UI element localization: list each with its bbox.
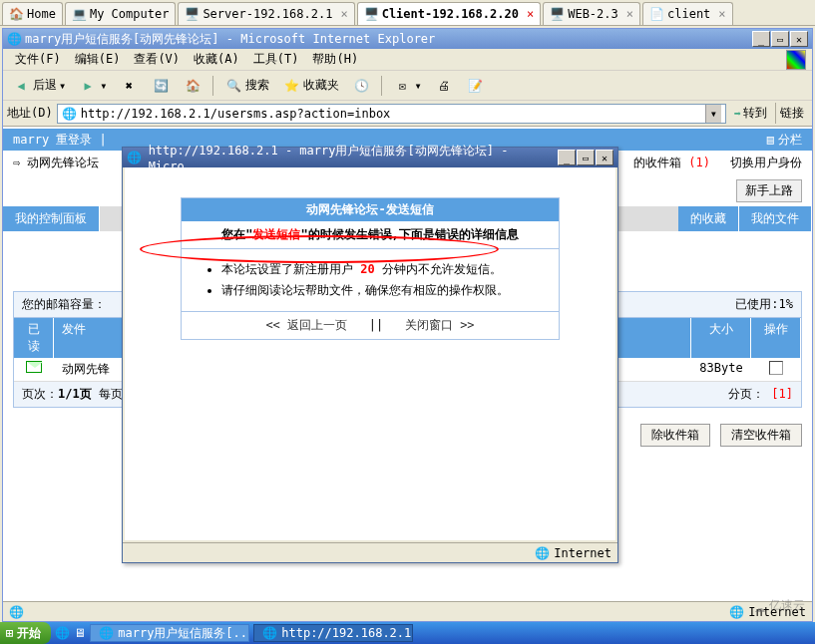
edit-button[interactable]: 📝 [462,74,490,98]
close-icon[interactable]: × [626,7,633,21]
go-button[interactable]: ➡转到 [730,103,771,124]
page-info: 页次：1/1页 每页 [22,386,123,403]
close-window-link[interactable]: 关闭窗口 >> [405,318,475,332]
star-icon: ⭐ [281,76,301,96]
close-icon[interactable]: × [718,7,725,21]
server-icon: 🖥️ [550,7,564,21]
favorites-button[interactable]: ⭐收藏夹 [277,74,343,98]
popup-statusbar: 🌐Internet [123,542,617,562]
error-footer: << 返回上一页 || 关闭窗口 >> [182,312,559,339]
col-action: 操作 [751,318,801,358]
menu-tools[interactable]: 工具(T) [247,49,305,70]
newbie-button[interactable]: 新手上路 [736,179,802,202]
popup-window: 🌐 http://192.168.2.1 - marry用户短信服务[动网先锋论… [122,147,618,563]
username: marry [13,133,49,147]
row-checkbox[interactable] [769,361,783,375]
ie-icon: 🌐 [262,626,277,640]
vm-tabs-bar: 🏠Home 💻My Computer 🖥️Server-192.168.2.1×… [0,0,815,26]
size-cell: 83Byte [691,358,751,381]
refresh-icon: 🔄 [151,76,171,96]
mail-icon [26,361,42,373]
address-label: 地址(D) [7,105,53,122]
links-button[interactable]: 链接 [775,103,808,124]
dropdown-icon: ▾ [414,79,421,93]
zone-label: Internet [554,546,611,560]
popup-content: 动网先锋论坛-发送短信 您在"发送短信"的时候发生错误,下面是错误的详细信息 本… [125,167,615,540]
tab-web23[interactable]: 🖥️WEB-2.3× [543,2,640,25]
print-icon: 🖨 [434,76,454,96]
tab-mycomputer[interactable]: 💻My Computer [65,2,176,25]
taskbar-item[interactable]: 🌐marry用户短信服务[... [90,624,249,642]
minimize-button[interactable]: _ [752,31,770,47]
col-size: 大小 [691,318,751,358]
client-icon: 🖥️ [364,7,378,21]
page-icon: 🌐 [62,107,77,121]
inbox-label: 的收件箱 (1) [633,155,710,171]
split-label[interactable]: 分栏 [778,132,802,149]
maximize-button[interactable]: ▭ [771,31,789,47]
forward-button[interactable]: ▶▾ [74,74,111,98]
computer-icon: 💻 [72,7,86,21]
tab-favorites[interactable]: 的收藏 [678,206,739,231]
history-icon: 🕓 [351,76,371,96]
page-links[interactable]: 分页： [1] [728,386,793,403]
menu-file[interactable]: 文件(F) [9,49,67,70]
stop-icon: ✖ [119,76,139,96]
menu-favorites[interactable]: 收藏(A) [188,49,245,70]
forward-icon: ▶ [78,76,98,96]
home-button[interactable]: 🏠 [179,74,206,98]
back-link[interactable]: << 返回上一页 [265,318,347,332]
relogin-link[interactable]: 重登录 [56,132,92,149]
tab-client[interactable]: 🖥️Client-192.168.2.20× [357,2,542,25]
tab-control-panel[interactable]: 我的控制面板 [3,206,100,231]
ie-toolbar: ◀后退▾ ▶▾ ✖ 🔄 🏠 🔍搜索 ⭐收藏夹 🕓 ✉▾ 🖨 📝 [3,71,812,101]
mail-button[interactable]: ✉▾ [388,74,425,98]
zone-icon: 🌐 [535,546,550,560]
mail-icon: ✉ [392,76,412,96]
back-icon: ◀ [11,76,31,96]
clear-inbox-button[interactable]: 清空收件箱 [720,424,802,447]
taskbar-item[interactable]: 🌐http://192.168.2.1 ... [253,624,413,642]
switch-user-label: 切换用户身份 [730,155,802,171]
window-title: marry用户短信服务[动网先锋论坛] - Microsoft Internet… [25,31,435,48]
menu-edit[interactable]: 编辑(E) [69,49,127,70]
search-button[interactable]: 🔍搜索 [219,74,273,98]
server-icon: 🖥️ [185,7,199,21]
used-label: 已使用:1% [727,292,801,317]
address-dropdown[interactable]: ▾ [705,105,721,123]
address-input[interactable]: 🌐 http://192.168.2.1/usersms.asp?action=… [57,104,726,124]
tab-server[interactable]: 🖥️Server-192.168.2.1× [178,2,354,25]
print-button[interactable]: 🖨 [430,74,458,98]
popup-titlebar: 🌐 http://192.168.2.1 - marry用户短信服务[动网先锋论… [123,148,617,167]
close-icon[interactable]: × [527,7,534,21]
maximize-button[interactable]: ▭ [577,150,595,165]
quicklaunch-desktop-icon[interactable]: 🖥 [74,626,86,640]
menu-view[interactable]: 查看(V) [128,49,186,70]
stop-button[interactable]: ✖ [115,74,143,98]
forum-breadcrumb[interactable]: ⇨ 动网先锋论坛 [13,155,99,171]
close-icon[interactable]: × [340,7,347,21]
search-icon: 🔍 [223,76,243,96]
tab-home[interactable]: 🏠Home [2,2,63,25]
refresh-button[interactable]: 🔄 [147,74,175,98]
ie-menubar: 文件(F) 编辑(E) 查看(V) 收藏(A) 工具(T) 帮助(H) [3,49,812,71]
ie-icon: 🌐 [99,626,114,640]
quicklaunch-ie-icon[interactable]: 🌐 [55,626,70,640]
dropdown-icon: ▾ [100,79,107,93]
history-button[interactable]: 🕓 [347,74,375,98]
ie-titlebar: 🌐 marry用户短信服务[动网先锋论坛] - Microsoft Intern… [3,29,812,49]
tab-client-doc[interactable]: 📄client× [642,2,733,25]
close-button[interactable]: ✕ [596,150,613,165]
cloud-icon: ☁ [754,595,765,616]
menu-help[interactable]: 帮助(H) [306,49,364,70]
error-title: 动网先锋论坛-发送短信 [182,198,559,221]
ie-logo-icon [786,50,806,70]
back-button[interactable]: ◀后退▾ [7,74,70,98]
close-button[interactable]: ✕ [790,31,808,47]
delete-inbox-button[interactable]: 除收件箱 [640,424,710,447]
minimize-button[interactable]: _ [558,150,576,165]
quota-label: 您的邮箱容量： [14,292,114,317]
ie-icon: 🌐 [7,32,21,46]
start-button[interactable]: ⊞开始 [0,622,51,644]
tab-my-files[interactable]: 我的文件 [739,206,812,231]
